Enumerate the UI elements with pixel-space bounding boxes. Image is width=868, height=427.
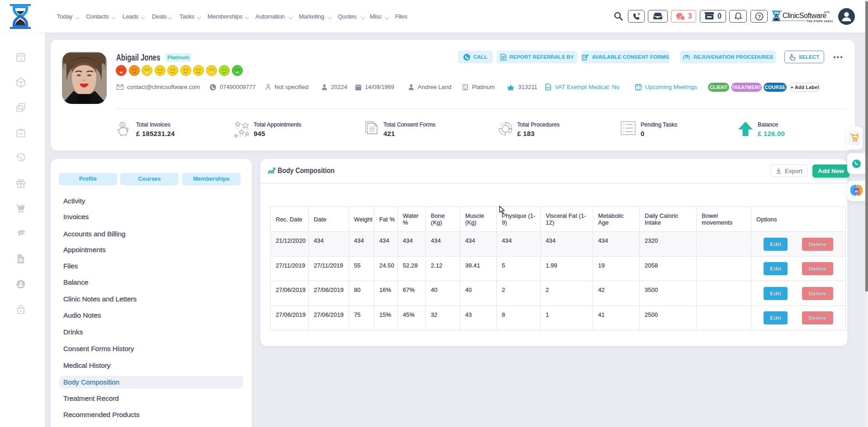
- svg-text:.com: .com: [823, 10, 830, 14]
- svg-text:12: 12: [637, 87, 640, 90]
- svg-text:ClinicSoftware: ClinicSoftware: [783, 12, 826, 19]
- svg-text:VAT: VAT: [546, 86, 551, 89]
- svg-text:?: ?: [758, 14, 761, 19]
- svg-text:AI: AI: [855, 189, 859, 193]
- svg-text:TEN STEPS AHEAD: TEN STEPS AHEAD: [807, 20, 833, 23]
- svg-text:12: 12: [19, 57, 23, 61]
- svg-text:$: $: [121, 122, 124, 127]
